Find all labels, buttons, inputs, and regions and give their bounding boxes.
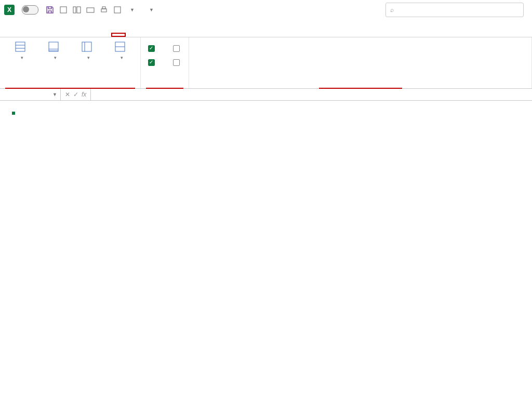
svg-rect-2	[77, 7, 81, 13]
name-box[interactable]: ▼	[0, 89, 61, 100]
svg-rect-1	[73, 7, 76, 13]
row-headers-checkbox[interactable]	[146, 44, 158, 53]
chevron-down-icon[interactable]: ▼	[149, 7, 154, 12]
svg-rect-11	[49, 48, 58, 51]
quick-access-toolbar: ▼	[46, 6, 135, 14]
svg-rect-12	[82, 42, 91, 51]
svg-rect-3	[87, 8, 94, 12]
svg-rect-6	[114, 7, 121, 13]
qat-icon-1[interactable]	[59, 6, 68, 14]
svg-rect-5	[102, 7, 105, 9]
qat-dropdown-icon[interactable]: ▼	[130, 7, 135, 12]
ribbon-tabs	[0, 20, 532, 37]
cancel-icon[interactable]: ✕	[65, 91, 70, 98]
tab-analise[interactable]	[99, 33, 109, 37]
banded-cols-checkbox[interactable]	[171, 58, 183, 67]
banded-rows-checkbox[interactable]	[171, 44, 183, 53]
tab-inserir[interactable]	[26, 33, 36, 37]
search-box[interactable]: ⌕	[385, 3, 524, 17]
tab-arquivo[interactable]	[5, 33, 16, 37]
enter-icon[interactable]: ✓	[73, 91, 78, 98]
group-layout: ▾ ▾ ▾ ▾	[0, 37, 141, 88]
fx-icon[interactable]: fx	[82, 91, 86, 98]
title-bar: X ▼ ▼ ⌕	[0, 0, 532, 20]
ribbon: ▾ ▾ ▾ ▾	[0, 37, 532, 89]
spreadsheet-grid[interactable]	[0, 101, 532, 112]
formula-bar: ▼ ✕ ✓ fx	[0, 89, 532, 101]
qat-icon-5[interactable]	[113, 6, 122, 14]
tab-powerpivot[interactable]	[88, 33, 99, 37]
report-layout-button[interactable]: ▾	[72, 39, 102, 60]
search-input[interactable]	[397, 6, 519, 14]
tab-formulas[interactable]	[47, 33, 57, 37]
tab-layout[interactable]	[36, 33, 47, 37]
subtotals-button[interactable]: ▾	[5, 39, 35, 60]
group-styles	[189, 37, 532, 88]
qat-icon-2[interactable]	[73, 6, 81, 14]
toggle-icon[interactable]	[22, 5, 38, 15]
filename[interactable]: ▼	[146, 7, 154, 12]
autosave-toggle[interactable]	[19, 5, 38, 15]
tab-dados[interactable]	[57, 33, 68, 37]
svg-rect-4	[101, 9, 107, 12]
chevron-down-icon[interactable]: ▼	[52, 92, 57, 97]
tab-home[interactable]	[16, 33, 26, 37]
grand-totals-button[interactable]: ▾	[38, 39, 69, 60]
search-icon: ⌕	[390, 6, 394, 13]
svg-rect-7	[16, 42, 25, 51]
blank-rows-button[interactable]: ▾	[105, 39, 135, 60]
save-icon[interactable]	[46, 6, 54, 14]
tab-design[interactable]	[111, 33, 126, 37]
tab-exibir[interactable]	[78, 33, 88, 37]
group-style-options	[141, 37, 189, 88]
qat-icon-3[interactable]	[86, 6, 95, 14]
tab-revisao[interactable]	[68, 33, 78, 37]
svg-rect-0	[60, 7, 66, 13]
excel-logo-icon: X	[4, 5, 15, 15]
col-headers-checkbox[interactable]	[146, 58, 158, 67]
print-icon[interactable]	[100, 6, 108, 14]
